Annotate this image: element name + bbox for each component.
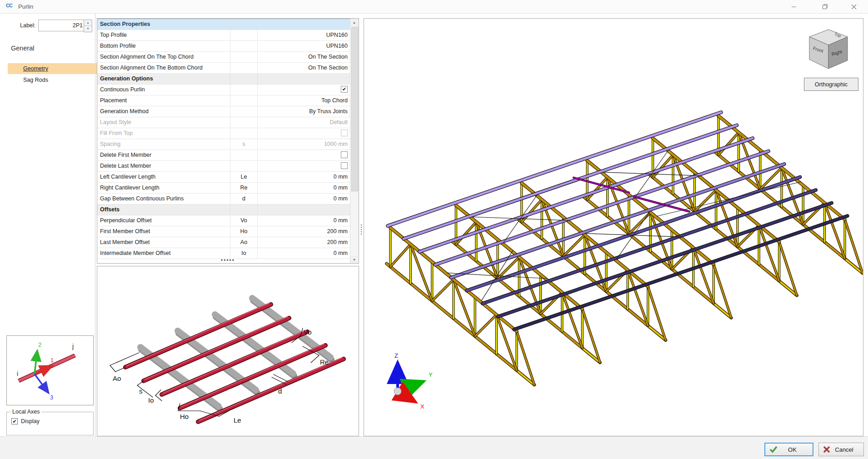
property-name: Section Alignment On The Bottom Chord	[97, 63, 230, 73]
property-row[interactable]: Delete Last Member	[97, 161, 350, 172]
projection-mode-button[interactable]: Orthographic	[804, 78, 858, 91]
value-checkbox[interactable]: ✔	[341, 86, 348, 93]
svg-text:3: 3	[50, 394, 53, 401]
sidebar-item-sag-rods[interactable]: Sag Rods	[8, 75, 110, 85]
ok-check-icon	[769, 446, 778, 453]
property-value[interactable]	[258, 161, 350, 171]
sidebar-group-title: General	[11, 45, 35, 52]
property-symbol: Ho	[230, 226, 258, 237]
property-symbol: Vo	[230, 215, 258, 226]
minimize-button[interactable]	[783, 0, 804, 13]
close-button[interactable]	[843, 0, 864, 13]
property-row[interactable]: Delete First Member	[97, 150, 350, 161]
dim-label-Ao: Ao	[113, 374, 121, 382]
spinner-up-icon[interactable]: ▲	[84, 20, 92, 25]
property-row[interactable]: Section Alignment On The Top ChordOn The…	[97, 52, 350, 63]
property-symbol: d	[230, 194, 258, 204]
property-name: Top Profile	[97, 30, 230, 40]
view-cube-drawing[interactable]: Top Front Right	[800, 23, 857, 77]
property-row[interactable]: Last Member OffsetAo200 mm	[97, 237, 350, 248]
spinner-down-icon[interactable]: ▼	[84, 25, 92, 31]
property-symbol: Re	[230, 183, 258, 193]
view-cube[interactable]: Top Front Right	[800, 23, 857, 77]
horizontal-splitter[interactable]: •••••	[97, 258, 359, 264]
local-axes-groupbox: Local Axes ✔ Display	[6, 412, 94, 435]
display-checkbox[interactable]: ✔	[11, 418, 18, 424]
dim-label-Ho: Ho	[180, 413, 189, 420]
label-input[interactable]	[38, 20, 85, 31]
local-axes-diagram: i j 1 2 3	[7, 336, 92, 404]
property-value[interactable]	[258, 150, 350, 160]
model-viewport[interactable]: Top Front Right Orthographic Z Y X	[364, 18, 863, 436]
property-row[interactable]: Section Alignment On The Bottom ChordOn …	[97, 63, 350, 74]
property-row[interactable]: Spacings1000 mm	[97, 139, 350, 150]
restore-icon	[822, 4, 828, 10]
property-name: Intermediate Member Offset	[97, 248, 230, 259]
property-row[interactable]: Layout StyleDefault	[97, 117, 350, 128]
truss-diagonal	[475, 315, 496, 336]
property-row[interactable]: Bottom ProfileUPN160	[97, 41, 350, 52]
truss-diagonal	[390, 244, 410, 267]
property-name: Continuous Purlin	[97, 85, 230, 95]
ok-button[interactable]: OK	[764, 443, 813, 456]
property-category-row[interactable]: Offsets	[97, 205, 350, 215]
property-value[interactable]: By Truss Joints	[258, 106, 350, 117]
property-symbol	[230, 128, 258, 139]
property-value[interactable]: On The Section	[258, 63, 350, 73]
property-value[interactable]: 0 mm	[258, 172, 350, 182]
property-symbol: Le	[230, 172, 258, 182]
svg-text:j: j	[72, 343, 74, 350]
grid-scrollbar[interactable]: ▲ ▼	[350, 19, 359, 263]
property-value[interactable]: On The Section	[258, 52, 350, 62]
property-value[interactable]: 1000 mm	[258, 139, 350, 150]
property-row[interactable]: Top ProfileUPN160	[97, 30, 350, 41]
property-row[interactable]: Left Cantilever LengthLe0 mm	[97, 172, 350, 183]
svg-text:Y: Y	[429, 371, 433, 378]
property-value[interactable]: Default	[258, 117, 350, 128]
property-value[interactable]: UPN160	[258, 41, 350, 51]
property-row[interactable]: Generation MethodBy Truss Joints	[97, 106, 350, 117]
property-value[interactable]: UPN160	[258, 30, 350, 40]
property-value[interactable]: 0 mm	[258, 194, 350, 204]
property-row[interactable]: Fill From Top	[97, 128, 350, 139]
property-category-row[interactable]: Section Properties	[97, 19, 350, 30]
property-row[interactable]: Gap Between Continuous Purlinsd0 mm	[97, 194, 350, 205]
property-row[interactable]: Right Cantilever LengthRe0 mm	[97, 183, 350, 194]
value-checkbox[interactable]	[341, 151, 348, 158]
property-row[interactable]: First Member OffsetHo200 mm	[97, 226, 350, 237]
property-value[interactable]: 0 mm	[258, 248, 350, 259]
property-value[interactable]: 0 mm	[258, 183, 350, 193]
label-spinner[interactable]: ▲ ▼	[84, 20, 92, 32]
scroll-up-icon[interactable]: ▲	[350, 19, 358, 26]
ok-button-label: OK	[782, 446, 803, 453]
projection-mode-label: Orthographic	[815, 81, 848, 88]
property-value[interactable]: Top Chord	[258, 95, 350, 106]
value-checkbox[interactable]	[341, 162, 348, 169]
property-symbol	[230, 205, 258, 215]
svg-text:1: 1	[50, 357, 54, 364]
property-name: Delete First Member	[97, 150, 230, 160]
vertical-splitter[interactable]	[360, 225, 363, 238]
property-symbol	[230, 117, 258, 128]
property-value[interactable]: ✔	[258, 85, 350, 95]
sidebar-item-geometry[interactable]: Geometry	[8, 63, 110, 74]
property-value[interactable]: 200 mm	[258, 226, 350, 237]
property-value[interactable]: 0 mm	[258, 215, 350, 226]
cancel-button[interactable]: Cancel	[818, 443, 864, 456]
svg-text:i: i	[17, 370, 18, 377]
property-name: Fill From Top	[97, 128, 230, 139]
scrollbar-thumb[interactable]	[351, 27, 358, 191]
property-name: Bottom Profile	[97, 41, 230, 51]
property-row[interactable]: Continuous Purlin✔	[97, 85, 350, 95]
property-row[interactable]: Perpendicular OffsetVo0 mm	[97, 215, 350, 226]
display-checkbox-label: Display	[21, 418, 40, 424]
value-checkbox[interactable]	[341, 130, 348, 136]
restore-button[interactable]	[814, 0, 835, 13]
property-category-row[interactable]: Generation Options	[97, 74, 350, 85]
property-value[interactable]: 200 mm	[258, 237, 350, 248]
property-row[interactable]: PlacementTop Chord	[97, 95, 350, 106]
property-value[interactable]	[258, 128, 350, 139]
world-axes-drawing: Z Y X	[379, 350, 448, 414]
property-name: Spacing	[97, 139, 230, 150]
property-symbol	[230, 150, 258, 160]
